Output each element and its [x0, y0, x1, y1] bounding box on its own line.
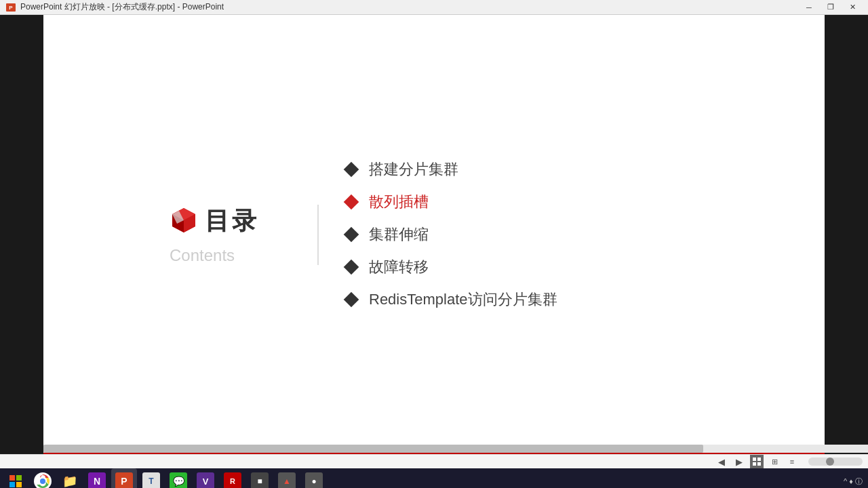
- slide: 目录 Contents 搭建分片集群 散列插槽: [43, 15, 825, 454]
- zoom-slider[interactable]: [808, 458, 863, 466]
- restore-button[interactable]: ❐: [821, 1, 841, 14]
- menu-text-4: 故障转移: [369, 257, 429, 277]
- slide-title-en: Contents: [170, 246, 235, 265]
- start-button[interactable]: [3, 468, 28, 488]
- svg-rect-12: [16, 475, 22, 481]
- chrome-icon: [34, 472, 52, 488]
- menu-item-2: 散列插槽: [346, 192, 698, 212]
- svg-rect-10: [757, 462, 761, 466]
- menu-item-5: RedisTemplate访问分片集群: [346, 289, 698, 310]
- menu-text-2: 散列插槽: [369, 192, 429, 212]
- slide-title-zh: 目录: [205, 205, 259, 238]
- minimize-button[interactable]: ─: [799, 1, 819, 14]
- slide-content: 目录 Contents 搭建分片集群 散列插槽: [170, 159, 698, 310]
- app12-button[interactable]: ●: [301, 468, 327, 488]
- svg-point-17: [41, 479, 45, 484]
- svg-rect-13: [9, 482, 15, 487]
- menu-text-1: 搭建分片集群: [369, 159, 458, 180]
- zoom-handle[interactable]: [826, 458, 834, 466]
- diamond-icon-4: [344, 260, 359, 275]
- window-title: PowerPoint 幻灯片放映 - [分布式缓存.pptx] - PowerP…: [20, 1, 224, 13]
- powerpoint-button[interactable]: P: [111, 468, 137, 488]
- wechat-icon: 💬: [170, 472, 187, 488]
- slideshow-button[interactable]: ▶: [732, 455, 746, 468]
- system-tray: ^ ♦ ⓘ: [844, 476, 865, 487]
- reading-view-button[interactable]: ≡: [785, 455, 799, 468]
- windows-start-icon: [7, 472, 24, 488]
- explorer-icon: 📁: [61, 472, 79, 488]
- app11-button[interactable]: ▲: [274, 468, 300, 488]
- vscode-button[interactable]: V: [193, 468, 218, 488]
- normal-view-icon: [752, 457, 762, 466]
- diamond-icon-3: [344, 227, 359, 243]
- title-bar: P PowerPoint 幻灯片放映 - [分布式缓存.pptx] - Powe…: [0, 0, 868, 15]
- title-top: 目录: [170, 205, 259, 238]
- svg-rect-7: [753, 458, 756, 461]
- svg-rect-11: [9, 475, 15, 481]
- powerpoint-icon: P: [115, 472, 133, 488]
- menu-item-3: 集群伸缩: [346, 224, 698, 245]
- prev-slide-button[interactable]: ◀: [715, 455, 728, 468]
- onenote-button[interactable]: N: [84, 468, 110, 488]
- menu-item-1: 搭建分片集群: [346, 159, 698, 180]
- svg-rect-8: [757, 458, 761, 461]
- window-controls[interactable]: ─ ❐ ✕: [799, 1, 863, 14]
- vscode-icon: V: [197, 472, 214, 488]
- app10-button[interactable]: ■: [247, 468, 273, 488]
- app-icon: P: [5, 2, 16, 13]
- horizontal-scrollbar[interactable]: [43, 445, 868, 453]
- explorer-button[interactable]: 📁: [57, 468, 83, 488]
- close-button[interactable]: ✕: [842, 1, 863, 14]
- tray-icons: ^ ♦ ⓘ: [844, 476, 863, 487]
- app9-button[interactable]: R: [220, 468, 245, 488]
- normal-view-button[interactable]: [750, 455, 764, 468]
- slide-area: 目录 Contents 搭建分片集群 散列插槽: [0, 15, 868, 454]
- title-section: 目录 Contents: [170, 205, 319, 265]
- svg-rect-14: [16, 482, 22, 487]
- word-icon: T: [142, 472, 160, 488]
- slide-sorter-button[interactable]: ⊞: [768, 455, 781, 468]
- scrollbar-thumb[interactable]: [43, 445, 703, 453]
- status-bar: ◀ ▶ ⊞ ≡: [0, 454, 868, 468]
- menu-text-3: 集群伸缩: [369, 224, 429, 245]
- svg-text:P: P: [9, 5, 13, 11]
- word-button[interactable]: T: [138, 468, 164, 488]
- app12-icon: ●: [305, 472, 323, 488]
- main-wrapper: 目录 Contents 搭建分片集群 散列插槽: [0, 15, 868, 473]
- diamond-icon-1: [344, 162, 359, 178]
- onenote-icon: N: [88, 472, 106, 488]
- app10-icon: ■: [251, 472, 269, 488]
- redis-logo-icon: [170, 207, 198, 235]
- menu-section: 搭建分片集群 散列插槽 集群伸缩 故障转移: [346, 159, 698, 310]
- app9-icon: R: [224, 472, 241, 488]
- diamond-icon-5: [344, 292, 359, 308]
- menu-item-4: 故障转移: [346, 257, 698, 277]
- chrome-button[interactable]: [30, 468, 56, 488]
- diamond-icon-2: [344, 195, 359, 210]
- app11-icon: ▲: [278, 472, 296, 488]
- wechat-button[interactable]: 💬: [165, 468, 191, 488]
- taskbar: 📁 N P T 💬 V: [0, 468, 868, 488]
- svg-rect-9: [753, 462, 756, 466]
- menu-text-5: RedisTemplate访问分片集群: [369, 289, 557, 310]
